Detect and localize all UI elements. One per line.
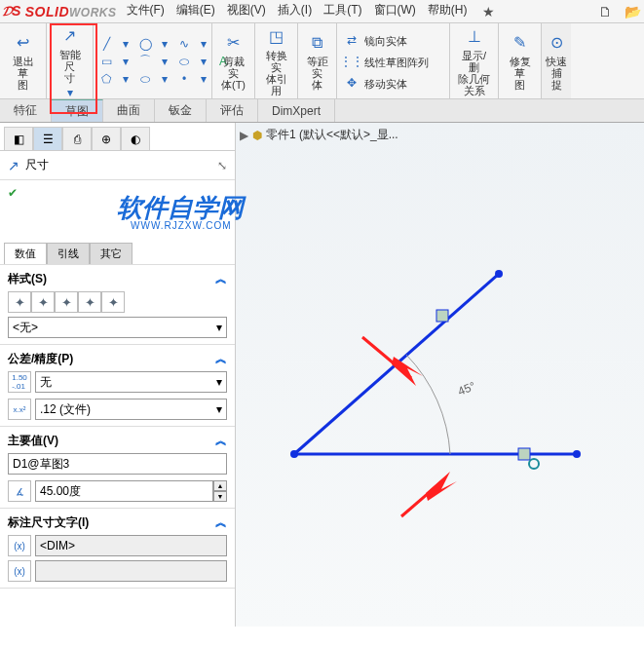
dd1[interactable]: ▾ <box>117 35 134 53</box>
panel-tab-feature-tree[interactable]: ◧ <box>4 127 33 150</box>
tab-evaluate[interactable]: 评估 <box>207 99 258 122</box>
relations-icon: ⊥ <box>464 26 485 48</box>
pattern-icon[interactable]: ⋮⋮ <box>343 53 360 70</box>
mirror-button[interactable]: 镜向实体 <box>364 35 407 47</box>
tolerance-type-icon: 1.50-.01 <box>8 371 31 393</box>
menu-view[interactable]: 视图(V) <box>227 2 266 21</box>
menu-tools[interactable]: 工具(T) <box>323 2 361 21</box>
relations-button[interactable]: ⊥ 显示/删 除几何 关系 <box>454 24 494 98</box>
tab-sheetmetal[interactable]: 钣金 <box>155 99 207 122</box>
dd9[interactable]: ▾ <box>195 70 212 88</box>
primary-value-head: 主要值(V) <box>8 433 58 449</box>
rect-tool-icon[interactable]: ▭ <box>97 53 115 70</box>
offset-icon: ⧉ <box>307 32 328 54</box>
svg-point-3 <box>573 450 581 458</box>
tab-surface[interactable]: 曲面 <box>103 99 155 122</box>
circle-tool-icon[interactable]: ◯ <box>136 35 154 53</box>
menu-edit[interactable]: 编辑(E) <box>176 2 215 21</box>
subtab-other[interactable]: 其它 <box>90 243 133 264</box>
menu-help[interactable]: 帮助(H) <box>428 2 468 21</box>
style-fav-apply-icon[interactable]: ✦ <box>8 291 31 313</box>
line-tool-icon[interactable]: ╱ <box>97 35 115 53</box>
menu-insert[interactable]: 插入(I) <box>278 2 312 21</box>
panel-tab-config[interactable]: ⎙ <box>62 127 92 150</box>
repair-icon: ✎ <box>510 32 531 54</box>
tab-feature[interactable]: 特征 <box>0 99 52 122</box>
style-fav-save-icon[interactable]: ✦ <box>78 291 101 313</box>
tab-sketch[interactable]: 草图 <box>52 99 103 122</box>
ok-button[interactable]: ✔ <box>8 186 18 200</box>
convert-button[interactable]: ◳ 转换实 体引用 <box>259 24 293 98</box>
dimension-icon: ↗ <box>8 158 19 173</box>
dd6[interactable]: ▾ <box>195 53 212 70</box>
dimension-dropdown[interactable]: ▾ <box>61 86 79 99</box>
dd2[interactable]: ▾ <box>156 35 173 53</box>
panel-title: 尺寸 <box>25 157 49 173</box>
dimtext-head: 标注尺寸文字(I) <box>8 514 89 531</box>
watermark-subtext: WWW.RJZXW.COM <box>131 220 232 231</box>
tab-dimxpert[interactable]: DimXpert <box>258 99 335 122</box>
collapse-style-icon[interactable]: ︽ <box>215 271 227 287</box>
smart-dimension-icon: ↗ <box>59 25 81 47</box>
svg-point-4 <box>495 270 503 278</box>
slot-tool-icon[interactable]: ⬭ <box>136 70 154 88</box>
point-tool-icon[interactable]: • <box>175 70 193 88</box>
dd4[interactable]: ▾ <box>117 53 134 70</box>
collapse-tol-icon[interactable]: ︽ <box>215 351 227 367</box>
dimtext-input[interactable] <box>35 535 227 556</box>
move-button[interactable]: 移动实体 <box>364 78 407 90</box>
svg-rect-6 <box>518 448 530 460</box>
collapse-dimtext-icon[interactable]: ︽ <box>215 514 227 531</box>
style-fav-add-icon[interactable]: ✦ <box>31 291 55 313</box>
spin-up[interactable]: ▲ <box>213 480 227 491</box>
precision-dropdown[interactable]: .12 (文件)▾ <box>35 399 227 420</box>
sketch-canvas[interactable]: 45° <box>236 123 644 627</box>
tolerance-dropdown[interactable]: 无▾ <box>35 371 227 393</box>
offset-button[interactable]: ⧉ 等距实 体 <box>302 30 332 93</box>
panel-tab-property[interactable]: ☰ <box>33 127 62 150</box>
repair-button[interactable]: ✎ 修复草 图 <box>503 30 537 93</box>
dimension-value-input[interactable] <box>35 480 213 502</box>
exit-sketch-button[interactable]: ↩ 退出草 图 <box>4 30 42 93</box>
convert-icon: ◳ <box>266 26 287 48</box>
dimension-name-input[interactable] <box>8 453 227 475</box>
pattern-button[interactable]: 线性草图阵列 <box>364 57 429 68</box>
snap-button[interactable]: ⊙ 快速捕 捉 <box>542 30 571 93</box>
spline-tool-icon[interactable]: ∿ <box>175 35 193 53</box>
panel-tab-display[interactable]: ⊕ <box>92 127 121 150</box>
ellipse-tool-icon[interactable]: ⬭ <box>175 53 193 70</box>
dd7[interactable]: ▾ <box>117 70 134 88</box>
trim-icon: ✂ <box>223 32 245 54</box>
mirror-icon[interactable]: ⇄ <box>343 31 360 49</box>
style-dropdown[interactable]: <无>▾ <box>8 317 227 338</box>
spin-down[interactable]: ▼ <box>213 491 227 502</box>
dd3[interactable]: ▾ <box>195 35 212 53</box>
arc-tool-icon[interactable]: ⌒ <box>136 53 154 70</box>
exit-sketch-icon: ↩ <box>13 32 34 54</box>
menu-file[interactable]: 文件(F) <box>127 2 165 21</box>
poly-tool-icon[interactable]: ⬠ <box>97 70 115 88</box>
trim-button[interactable]: ✂ 剪裁实 体(T) <box>216 30 250 93</box>
style-section-head: 样式(S) <box>8 271 47 287</box>
search-icon[interactable]: ★ <box>479 2 499 21</box>
dd8[interactable]: ▾ <box>156 70 173 88</box>
smart-dimension-button[interactable]: ↗ 智能尺 寸 <box>51 23 89 86</box>
open-doc-icon[interactable]: 📂 <box>623 2 642 21</box>
new-doc-icon[interactable]: 🗋 <box>595 2 615 21</box>
panel-pin-icon[interactable]: ⤡ <box>217 159 227 172</box>
subtab-value[interactable]: 数值 <box>4 243 47 264</box>
snap-icon: ⊙ <box>546 32 567 54</box>
collapse-main-icon[interactable]: ︽ <box>215 433 227 449</box>
subtab-leaders[interactable]: 引线 <box>47 243 90 264</box>
dd5[interactable]: ▾ <box>156 53 173 70</box>
chevron-down-icon: ▾ <box>216 321 222 334</box>
chevron-down-icon: ▾ <box>216 375 222 389</box>
dimtext-below-input[interactable] <box>35 560 227 582</box>
panel-tab-appearance[interactable]: ◐ <box>121 127 150 150</box>
svg-point-7 <box>529 459 539 469</box>
style-fav-load-icon[interactable]: ✦ <box>101 291 125 313</box>
dimtext-below-icon: (x) <box>8 560 31 582</box>
style-fav-delete-icon[interactable]: ✦ <box>55 291 78 313</box>
menu-window[interactable]: 窗口(W) <box>374 2 416 21</box>
move-icon[interactable]: ✥ <box>343 74 360 92</box>
